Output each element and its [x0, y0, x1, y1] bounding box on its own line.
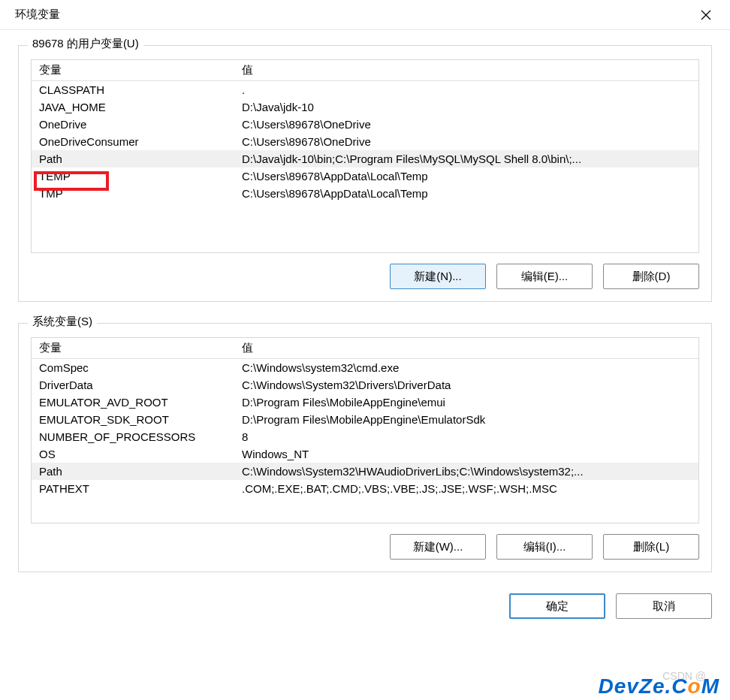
sys-delete-button[interactable]: 删除(L): [603, 534, 699, 560]
sys-vars-group: 系统变量(S) 变量 值 ComSpecC:\Windows\system32\…: [18, 323, 712, 572]
var-name-cell: NUMBER_OF_PROCESSORS: [32, 428, 234, 445]
dialog-button-row: 确定 取消: [0, 593, 730, 619]
user-btn-row: 新建(N)... 编辑(E)... 删除(D): [31, 264, 699, 289]
var-value-cell: D:\Java\jdk-10: [234, 98, 698, 116]
user-vars-table-wrap[interactable]: 变量 值 CLASSPATH.JAVA_HOMED:\Java\jdk-10On…: [31, 59, 699, 253]
table-row[interactable]: EMULATOR_SDK_ROOTD:\Program Files\Mobile…: [32, 411, 698, 428]
table-row[interactable]: ComSpecC:\Windows\system32\cmd.exe: [32, 359, 698, 377]
titlebar: 环境变量: [0, 0, 730, 30]
sys-btn-row: 新建(W)... 编辑(I)... 删除(L): [31, 534, 699, 560]
var-name-cell: DriverData: [32, 376, 234, 394]
var-name-cell: OneDrive: [32, 116, 234, 133]
sys-col-value[interactable]: 值: [234, 338, 698, 359]
var-value-cell: 8: [234, 428, 698, 445]
var-value-cell: Windows_NT: [234, 445, 698, 463]
table-row[interactable]: DriverDataC:\Windows\System32\Drivers\Dr…: [32, 376, 698, 394]
var-name-cell: OS: [32, 445, 234, 463]
ok-button[interactable]: 确定: [509, 593, 605, 619]
sys-new-button[interactable]: 新建(W)...: [390, 534, 486, 560]
var-name-cell: ComSpec: [32, 359, 234, 377]
close-icon: [701, 10, 711, 20]
user-vars-table: 变量 值 CLASSPATH.JAVA_HOMED:\Java\jdk-10On…: [32, 60, 698, 202]
table-row[interactable]: EMULATOR_AVD_ROOTD:\Program Files\Mobile…: [32, 394, 698, 411]
var-value-cell: C:\Windows\system32\cmd.exe: [234, 359, 698, 377]
user-col-value[interactable]: 值: [234, 60, 698, 81]
table-row[interactable]: PathD:\Java\jdk-10\bin;C:\Program Files\…: [32, 150, 698, 167]
table-row[interactable]: OSWindows_NT: [32, 445, 698, 463]
var-value-cell: D:\Java\jdk-10\bin;C:\Program Files\MySQ…: [234, 150, 698, 167]
user-new-button[interactable]: 新建(N)...: [390, 264, 486, 289]
table-row[interactable]: PATHEXT.COM;.EXE;.BAT;.CMD;.VBS;.VBE;.JS…: [32, 480, 698, 497]
var-name-cell: CLASSPATH: [32, 81, 234, 99]
var-name-cell: JAVA_HOME: [32, 98, 234, 116]
table-row[interactable]: TMPC:\Users\89678\AppData\Local\Temp: [32, 185, 698, 202]
var-value-cell: C:\Users\89678\OneDrive: [234, 133, 698, 150]
table-row[interactable]: OneDriveC:\Users\89678\OneDrive: [32, 116, 698, 133]
sys-vars-table: 变量 值 ComSpecC:\Windows\system32\cmd.exeD…: [32, 338, 698, 497]
user-vars-label: 89678 的用户变量(U): [28, 37, 143, 51]
csdn-watermark: CSDN @: [662, 670, 706, 682]
var-name-cell: OneDriveConsumer: [32, 133, 234, 150]
user-edit-button[interactable]: 编辑(E)...: [496, 264, 593, 289]
var-name-cell: EMULATOR_SDK_ROOT: [32, 411, 234, 428]
var-value-cell: D:\Program Files\MobileAppEngine\emui: [234, 394, 698, 411]
var-value-cell: C:\Users\89678\AppData\Local\Temp: [234, 185, 698, 202]
close-button[interactable]: [691, 3, 721, 27]
window-title: 环境变量: [15, 8, 60, 22]
var-value-cell: D:\Program Files\MobileAppEngine\Emulato…: [234, 411, 698, 428]
var-value-cell: C:\Users\89678\OneDrive: [234, 116, 698, 133]
table-row[interactable]: CLASSPATH.: [32, 81, 698, 99]
table-row[interactable]: NUMBER_OF_PROCESSORS8: [32, 428, 698, 445]
var-name-cell: TEMP: [32, 167, 234, 185]
cancel-button[interactable]: 取消: [616, 593, 712, 619]
var-value-cell: C:\Windows\System32\Drivers\DriverData: [234, 376, 698, 394]
var-name-cell: TMP: [32, 185, 234, 202]
user-delete-button[interactable]: 删除(D): [603, 264, 699, 289]
table-row[interactable]: OneDriveConsumerC:\Users\89678\OneDrive: [32, 133, 698, 150]
var-name-cell: Path: [32, 150, 234, 167]
user-col-name[interactable]: 变量: [32, 60, 234, 81]
var-value-cell: .COM;.EXE;.BAT;.CMD;.VBS;.VBE;.JS;.JSE;.…: [234, 480, 698, 497]
table-row[interactable]: TEMPC:\Users\89678\AppData\Local\Temp: [32, 167, 698, 185]
sys-vars-label: 系统变量(S): [28, 315, 97, 329]
sys-edit-button[interactable]: 编辑(I)...: [496, 534, 593, 560]
var-value-cell: C:\Windows\System32\HWAudioDriverLibs;C:…: [234, 463, 698, 480]
user-vars-group: 89678 的用户变量(U) 变量 值 CLASSPATH.JAVA_HOMED…: [18, 45, 712, 302]
var-value-cell: C:\Users\89678\AppData\Local\Temp: [234, 167, 698, 185]
table-row[interactable]: PathC:\Windows\System32\HWAudioDriverLib…: [32, 463, 698, 480]
var-name-cell: Path: [32, 463, 234, 480]
var-name-cell: PATHEXT: [32, 480, 234, 497]
sys-vars-table-wrap[interactable]: 变量 值 ComSpecC:\Windows\system32\cmd.exeD…: [31, 337, 699, 523]
devze-watermark: DevZe.CoM: [598, 674, 719, 698]
table-row[interactable]: JAVA_HOMED:\Java\jdk-10: [32, 98, 698, 116]
var-name-cell: EMULATOR_AVD_ROOT: [32, 394, 234, 411]
sys-col-name[interactable]: 变量: [32, 338, 234, 359]
var-value-cell: .: [234, 81, 698, 99]
